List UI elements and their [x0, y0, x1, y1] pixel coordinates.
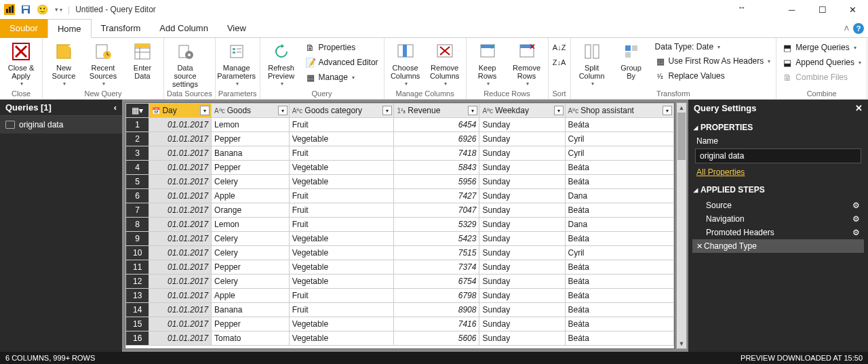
- data-type-button[interactable]: Data Type: Date: [652, 41, 774, 53]
- scroll-up-icon[interactable]: ▲: [677, 103, 686, 113]
- filter-icon[interactable]: ▾: [382, 106, 392, 115]
- cell-category[interactable]: Vegetable: [289, 232, 394, 246]
- query-item[interactable]: original data: [0, 116, 122, 134]
- gear-icon[interactable]: ⚙: [852, 214, 860, 224]
- cell-day[interactable]: 01.01.2017: [149, 260, 212, 275]
- cell-assistant[interactable]: Beáta: [565, 260, 673, 275]
- table-row[interactable]: 101.01.2017LemonFruit6454SundayBeáta: [126, 118, 674, 132]
- cell-revenue[interactable]: 8908: [394, 303, 479, 317]
- tab-view[interactable]: View: [218, 19, 256, 38]
- cell-goods[interactable]: Banana: [212, 146, 290, 161]
- cell-weekday[interactable]: Sunday: [479, 189, 565, 203]
- column-header-category[interactable]: AᴮcGoods category▾: [289, 104, 394, 118]
- properties-button[interactable]: 🗎Properties: [302, 41, 381, 54]
- cell-category[interactable]: Vegetable: [289, 175, 394, 189]
- row-number[interactable]: 5: [126, 175, 149, 189]
- cell-category[interactable]: Vegetable: [289, 275, 394, 289]
- cell-assistant[interactable]: Beáta: [565, 275, 673, 289]
- cell-category[interactable]: Fruit: [289, 189, 394, 203]
- cell-assistant[interactable]: Beáta: [565, 303, 673, 317]
- table-row[interactable]: 901.01.2017CeleryVegetable5423SundayBeát…: [126, 232, 674, 246]
- step-navigation[interactable]: Navigation⚙: [692, 212, 864, 226]
- refresh-preview-button[interactable]: Refresh Preview: [263, 39, 300, 88]
- cell-goods[interactable]: Celery: [212, 232, 290, 246]
- cell-goods[interactable]: Orange: [212, 203, 290, 218]
- cell-revenue[interactable]: 5843: [394, 161, 479, 175]
- column-header-weekday[interactable]: AᴮcWeekday▾: [479, 104, 565, 118]
- cell-day[interactable]: 01.01.2017: [149, 303, 212, 317]
- row-number[interactable]: 15: [126, 317, 149, 331]
- cell-weekday[interactable]: Sunday: [479, 132, 565, 146]
- cell-revenue[interactable]: 6454: [394, 118, 479, 132]
- filter-icon[interactable]: ▾: [468, 106, 477, 115]
- column-header-assistant[interactable]: AᴮcShop assistant▾: [565, 104, 673, 118]
- cell-goods[interactable]: Lemon: [212, 118, 290, 132]
- table-row[interactable]: 801.01.2017LemonFruit5329SundayDana: [126, 218, 674, 232]
- gear-icon[interactable]: ⚙: [852, 201, 860, 210]
- cell-weekday[interactable]: Sunday: [479, 203, 565, 218]
- row-number[interactable]: 16: [126, 331, 149, 346]
- cell-assistant[interactable]: Beáta: [565, 289, 673, 303]
- cell-day[interactable]: 01.01.2017: [149, 132, 212, 146]
- cell-category[interactable]: Fruit: [289, 218, 394, 232]
- cell-goods[interactable]: Pepper: [212, 260, 290, 275]
- cell-revenue[interactable]: 7418: [394, 146, 479, 161]
- help-icon[interactable]: ?: [853, 23, 864, 34]
- cell-day[interactable]: 01.01.2017: [149, 317, 212, 331]
- maximize-button[interactable]: ☐: [807, 0, 837, 19]
- row-number[interactable]: 6: [126, 189, 149, 203]
- cell-weekday[interactable]: Sunday: [479, 246, 565, 260]
- advanced-editor-button[interactable]: 📝Advanced Editor: [302, 56, 381, 69]
- close-window-button[interactable]: ✕: [837, 0, 868, 19]
- vertical-scrollbar[interactable]: ▲ ▼: [676, 102, 687, 349]
- column-header-goods[interactable]: AᴮcGoods▾: [212, 104, 290, 118]
- cell-weekday[interactable]: Sunday: [479, 317, 565, 331]
- row-number[interactable]: 7: [126, 203, 149, 218]
- table-row[interactable]: 201.01.2017PepperVegetable6926SundayCyri…: [126, 132, 674, 146]
- cell-weekday[interactable]: Sunday: [479, 161, 565, 175]
- cell-category[interactable]: Vegetable: [289, 161, 394, 175]
- step-source[interactable]: Source⚙: [692, 199, 864, 212]
- cell-assistant[interactable]: Cyril: [565, 146, 673, 161]
- sort-asc-button[interactable]: A↓Z: [551, 41, 568, 54]
- cell-revenue[interactable]: 7515: [394, 246, 479, 260]
- cell-goods[interactable]: Apple: [212, 189, 290, 203]
- cell-assistant[interactable]: Beáta: [565, 118, 673, 132]
- cell-assistant[interactable]: Beáta: [565, 203, 673, 218]
- cell-weekday[interactable]: Sunday: [479, 146, 565, 161]
- cell-revenue[interactable]: 5956: [394, 175, 479, 189]
- cell-goods[interactable]: Tomato: [212, 331, 290, 346]
- data-source-settings-button[interactable]: Data source settings: [167, 39, 203, 88]
- cell-day[interactable]: 01.01.2017: [149, 275, 212, 289]
- cell-day[interactable]: 01.01.2017: [149, 203, 212, 218]
- table-row[interactable]: 1501.01.2017PepperVegetable7416SundayBeá…: [126, 317, 674, 331]
- step-changed-type[interactable]: ✕Changed Type: [692, 239, 864, 253]
- cell-revenue[interactable]: 5423: [394, 232, 479, 246]
- table-row[interactable]: 1301.01.2017AppleFruit6798SundayBeáta: [126, 289, 674, 303]
- row-number[interactable]: 4: [126, 161, 149, 175]
- remove-columns-button[interactable]: Remove Columns: [427, 39, 463, 88]
- cell-category[interactable]: Vegetable: [289, 317, 394, 331]
- cell-assistant[interactable]: Dana: [565, 218, 673, 232]
- tab-file[interactable]: Soubor: [0, 19, 47, 38]
- minimize-button[interactable]: ─: [776, 0, 807, 19]
- table-row[interactable]: 401.01.2017PepperVegetable5843SundayBeát…: [126, 161, 674, 175]
- cell-day[interactable]: 01.01.2017: [149, 161, 212, 175]
- applied-steps-section[interactable]: APPLIED STEPS: [688, 182, 868, 197]
- cell-day[interactable]: 01.01.2017: [149, 289, 212, 303]
- cell-revenue[interactable]: 7427: [394, 189, 479, 203]
- row-number[interactable]: 9: [126, 232, 149, 246]
- table-row[interactable]: 501.01.2017CeleryVegetable5956SundayBeát…: [126, 175, 674, 189]
- row-number[interactable]: 10: [126, 246, 149, 260]
- cell-category[interactable]: Fruit: [289, 146, 394, 161]
- first-row-headers-button[interactable]: ▦Use First Row As Headers: [652, 54, 774, 68]
- row-number[interactable]: 3: [126, 146, 149, 161]
- recent-sources-button[interactable]: Recent Sources: [85, 39, 121, 88]
- cell-goods[interactable]: Pepper: [212, 132, 290, 146]
- column-header-day[interactable]: 📅Day▾: [149, 104, 212, 118]
- row-number[interactable]: 14: [126, 303, 149, 317]
- filter-icon[interactable]: ▾: [554, 106, 564, 115]
- collapse-queries-icon[interactable]: ‹: [114, 102, 117, 113]
- cell-revenue[interactable]: 6926: [394, 132, 479, 146]
- cell-revenue[interactable]: 6798: [394, 289, 479, 303]
